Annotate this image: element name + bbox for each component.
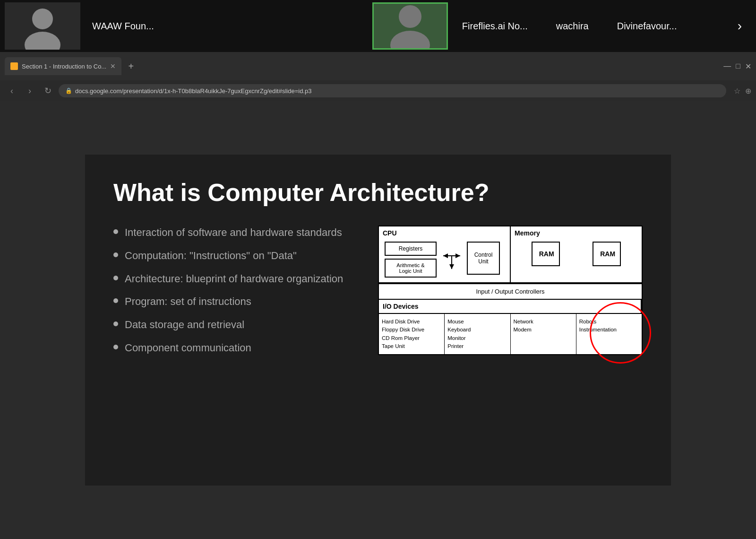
bullet-6: Component communication: [113, 341, 350, 356]
window-controls[interactable]: — □ ✕: [723, 62, 751, 71]
bullet-text-5: Data storage and retrieval: [125, 318, 244, 332]
io-col4-item2: Instrumentation: [579, 326, 639, 334]
browser-actions: ☆ ⊕: [734, 87, 751, 96]
io-col1-item2: Floppy Disk Drive: [382, 326, 441, 334]
reload-button[interactable]: ↻: [41, 84, 55, 98]
alu-label: Arithmetic & Logic Unit: [396, 262, 424, 274]
slide-body: Interaction of software and hardware sta…: [113, 226, 643, 462]
cpu-left: Registers Arithmetic & Logic Unit: [385, 242, 437, 278]
svg-marker-8: [449, 264, 454, 269]
io-col3-item1: Network: [514, 318, 573, 326]
io-col2-item4: Printer: [447, 342, 507, 350]
bullet-3: Architecture: blueprint of hardware orga…: [113, 272, 350, 287]
control-unit-box: Control Unit: [467, 242, 500, 275]
io-devices-cols: Hard Disk Drive Floppy Disk Drive CD Rom…: [379, 313, 642, 354]
io-col-2: Mouse Keyboard Monitor Printer: [445, 314, 510, 354]
io-col1-item3: CD Rom Player: [382, 334, 441, 342]
bullet-dot-1: [113, 229, 118, 234]
participant-label-1: WAAW Foun...: [85, 21, 161, 32]
slide-area: What is Computer Architecture? Interacti…: [0, 101, 756, 539]
cpu-section: CPU Registers Arithmetic & Logic Unit: [379, 226, 511, 282]
bullet-dot-3: [113, 276, 118, 280]
bullet-1: Interaction of software and hardware sta…: [113, 226, 350, 240]
address-bar[interactable]: 🔒 docs.google.com/presentation/d/1x-h-T0…: [59, 84, 726, 97]
svg-point-1: [25, 32, 60, 50]
io-col2-item2: Keyboard: [447, 326, 507, 334]
video-labels: WAAW Foun...: [85, 21, 368, 32]
chevron-right-icon[interactable]: ›: [738, 18, 742, 34]
video-thumb-p1[interactable]: [5, 2, 80, 50]
io-col-3: Network Modem: [511, 314, 576, 354]
new-tab-button[interactable]: +: [124, 59, 138, 73]
memory-inner: RAM RAM: [515, 240, 638, 268]
close-button[interactable]: ✕: [745, 62, 751, 71]
bullet-dot-2: [113, 252, 118, 257]
svg-point-0: [32, 9, 53, 29]
diagram-top-row: CPU Registers Arithmetic & Logic Unit: [379, 226, 642, 283]
bullet-text-3: Architecture: blueprint of hardware orga…: [125, 272, 343, 287]
svg-marker-6: [455, 253, 460, 258]
svg-point-2: [399, 5, 421, 28]
forward-button[interactable]: ›: [23, 84, 37, 98]
io-col-4: Robots Instrumentation: [576, 314, 642, 354]
bookmark-icon[interactable]: ☆: [734, 87, 740, 96]
tab-title: Section 1 - Introduction to Co...: [22, 63, 106, 70]
extension-icon[interactable]: ⊕: [745, 87, 751, 96]
browser-tab-bar: Section 1 - Introduction to Co... ✕ + — …: [0, 52, 756, 80]
cpu-arrows-svg: [442, 242, 461, 270]
presentation-slide: What is Computer Architecture? Interacti…: [85, 155, 671, 486]
memory-section: Memory RAM RAM: [511, 226, 642, 282]
io-col1-item1: Hard Disk Drive: [382, 318, 441, 326]
cpu-inner: Registers Arithmetic & Logic Unit: [383, 240, 506, 279]
bullet-5: Data storage and retrieval: [113, 318, 350, 332]
ram2-box: RAM: [593, 242, 621, 266]
registers-box: Registers: [385, 242, 437, 256]
bullet-text-4: Program: set of instructions: [125, 295, 251, 309]
io-col2-item3: Monitor: [447, 334, 507, 342]
participant-label-4: wachira: [549, 21, 596, 32]
bullet-2: Computation: "Instructions" on "Data": [113, 249, 350, 263]
bullet-text-6: Component communication: [125, 341, 251, 356]
io-col3-item2: Modem: [514, 326, 573, 334]
alu-box: Arithmetic & Logic Unit: [385, 259, 437, 278]
diagram-outer-box: CPU Registers Arithmetic & Logic Unit: [378, 226, 643, 355]
bullet-text-1: Interaction of software and hardware sta…: [125, 226, 342, 240]
bullet-text-2: Computation: "Instructions" on "Data": [125, 249, 297, 263]
address-bar-row: ‹ › ↻ 🔒 docs.google.com/presentation/d/1…: [0, 80, 756, 101]
memory-label: Memory: [515, 229, 638, 237]
io-col4-item1: Robots: [579, 318, 639, 326]
svg-point-3: [390, 31, 430, 48]
control-label: Control Unit: [472, 252, 495, 265]
browser-tab[interactable]: Section 1 - Introduction to Co... ✕: [5, 57, 121, 75]
url-text: docs.google.com/presentation/d/1x-h-T0b8…: [75, 87, 311, 95]
participant-label-5: Divinefavour...: [610, 21, 684, 32]
io-controllers-label: Input / Output Controllers: [476, 288, 544, 295]
video-thumb-p2[interactable]: [372, 2, 448, 50]
tab-close-button[interactable]: ✕: [110, 62, 116, 70]
svg-marker-5: [443, 253, 448, 258]
participant-label-3: Fireflies.ai No...: [455, 21, 535, 32]
slide-title: What is Computer Architecture?: [113, 178, 643, 207]
video-strip: WAAW Foun... Fireflies.ai No... wachira …: [0, 0, 756, 52]
bullet-dot-4: [113, 298, 118, 303]
architecture-diagram: CPU Registers Arithmetic & Logic Unit: [378, 226, 643, 462]
minimize-button[interactable]: —: [723, 62, 731, 71]
cpu-label: CPU: [383, 229, 506, 237]
back-button[interactable]: ‹: [5, 84, 19, 98]
slide-bullets: Interaction of software and hardware sta…: [113, 226, 350, 462]
io-controllers-row: Input / Output Controllers: [379, 283, 642, 299]
bullet-dot-6: [113, 345, 118, 349]
maximize-button[interactable]: □: [736, 62, 740, 71]
io-col2-item1: Mouse: [447, 318, 507, 326]
tab-favicon: [10, 62, 18, 70]
ram1-box: RAM: [532, 242, 560, 266]
io-devices-label: I/O Devices: [379, 300, 642, 313]
lock-icon: 🔒: [65, 87, 72, 94]
io-col1-item4: Tape Unit: [382, 342, 441, 350]
io-col-1: Hard Disk Drive Floppy Disk Drive CD Rom…: [379, 314, 445, 354]
bullet-4: Program: set of instructions: [113, 295, 350, 309]
io-devices-header: I/O Devices: [379, 299, 642, 313]
bullet-dot-5: [113, 322, 118, 326]
